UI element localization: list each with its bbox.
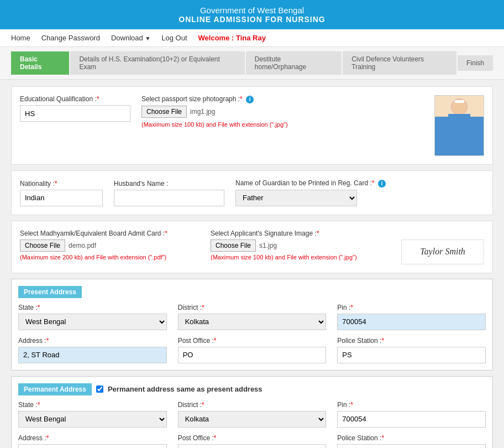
present-district-select[interactable]: KolkataOther <box>178 314 327 330</box>
info-icon: i <box>246 96 254 103</box>
husband-name-group: Husband's Name : <box>114 180 224 206</box>
present-state-label: State :* <box>18 304 167 311</box>
photo-upload-group: Select passport size photograph :* i Cho… <box>141 95 423 128</box>
edu-qual-label: Educational Qualification :* <box>20 95 130 103</box>
present-pin-group: Pin :* <box>337 304 486 330</box>
personal-details-section: Nationality :* Husband's Name : Name of … <box>11 170 493 215</box>
nav-change-password[interactable]: Change Password <box>41 34 100 42</box>
guardian-group: Name of Guardian to be Printed in Reg. C… <box>235 179 386 206</box>
signature-preview: Taylor Smith <box>401 239 484 264</box>
guardian-info-icon: i <box>378 180 386 187</box>
present-pin-label: Pin :* <box>337 304 486 311</box>
present-po-label: Post Office :* <box>178 337 327 345</box>
present-pin-input[interactable] <box>337 314 486 330</box>
nationality-label: Nationality :* <box>20 180 103 187</box>
husband-name-label: Husband's Name : <box>114 180 224 187</box>
step-destitute[interactable]: Destitute home/Orphanage <box>246 51 342 75</box>
present-po-group: Post Office :* <box>178 337 327 363</box>
present-address-label: Address :* <box>18 337 167 345</box>
sub-title: ONLINE ADMISSION FOR NURSING <box>6 15 498 24</box>
photo-file-name: img1.jpg <box>190 108 215 116</box>
perm-state-label: State :* <box>18 401 167 409</box>
perm-district-group: District :* KolkataOther <box>178 401 327 428</box>
present-address-section: Present Address State :* West BengalOthe… <box>11 279 493 371</box>
top-form-section: Educational Qualification :* Select pass… <box>11 86 493 165</box>
present-district-group: District :* KolkataOther <box>178 304 327 330</box>
guardian-label: Name of Guardian to be Printed in Reg. C… <box>235 179 386 187</box>
perm-district-label: District :* <box>178 401 327 409</box>
perm-address-label: Address :* <box>18 434 167 442</box>
present-address-group: Address :* <box>18 337 167 363</box>
signature-label: Select Applicant's Signature Image :* <box>211 230 385 237</box>
present-address-input[interactable] <box>18 347 167 363</box>
perm-ps-input[interactable] <box>337 444 486 449</box>
nurse-photo <box>434 95 484 156</box>
perm-pin-input[interactable] <box>337 411 486 428</box>
photo-choose-file-btn[interactable]: Choose File <box>141 106 187 118</box>
step-basic-details[interactable]: Basic Details <box>11 51 69 75</box>
permanent-same-label: Permanent address same as present addres… <box>108 385 262 393</box>
perm-district-select[interactable]: KolkataOther <box>178 411 327 428</box>
guardian-select[interactable]: Father Mother Husband Other <box>235 190 357 206</box>
present-address-header: Present Address <box>18 286 82 298</box>
signature-file-name: s1.jpg <box>259 242 277 249</box>
chevron-down-icon: ▼ <box>145 35 150 41</box>
step-hs-exam[interactable]: Details of H.S. Examination(10+2) or Equ… <box>70 51 244 75</box>
step-finish[interactable]: Finish <box>458 55 493 71</box>
perm-po-group: Post Office :* <box>178 434 327 449</box>
gov-title: Government of West Bengal <box>6 6 498 15</box>
present-ps-group: Police Station :* <box>337 337 486 363</box>
signature-choose-btn[interactable]: Choose File <box>211 239 256 252</box>
site-header: Government of West Bengal ONLINE ADMISSI… <box>0 0 504 29</box>
nationality-input[interactable] <box>20 190 103 206</box>
perm-state-select[interactable]: West BengalOther <box>18 411 167 428</box>
madhyamik-info: (Maximum size 200 kb) and File with exte… <box>20 254 194 261</box>
husband-name-input[interactable] <box>114 190 224 206</box>
nav-logout[interactable]: Log Out <box>161 34 187 42</box>
photo-file-input: Choose File img1.jpg <box>141 106 423 118</box>
perm-ps-group: Police Station :* <box>337 434 486 449</box>
nav-download-dropdown[interactable]: Download ▼ <box>111 34 150 42</box>
perm-po-input[interactable] <box>178 444 327 449</box>
nav-home[interactable]: Home <box>11 34 30 42</box>
photo-label: Select passport size photograph :* i <box>141 95 423 103</box>
permanent-address-section: Permanent Address Permanent address same… <box>11 376 493 449</box>
main-content: Educational Qualification :* Select pass… <box>0 80 504 448</box>
documents-section: Select Madhyamik/Equivalent Board Admit … <box>11 221 493 273</box>
welcome-message: Welcome : Tina Ray <box>198 34 266 42</box>
step-civil-defence[interactable]: Civil Defence Volunteers Training <box>343 51 456 75</box>
present-district-label: District :* <box>178 304 327 311</box>
madhyamik-file-name: demo.pdf <box>69 242 96 249</box>
madhyamik-group: Select Madhyamik/Equivalent Board Admit … <box>20 230 194 261</box>
madhyamik-choose-btn[interactable]: Choose File <box>20 239 65 252</box>
perm-po-label: Post Office :* <box>178 434 327 442</box>
permanent-same-checkbox[interactable] <box>96 386 103 393</box>
madhyamik-label: Select Madhyamik/Equivalent Board Admit … <box>20 230 194 237</box>
perm-address-group: Address :* <box>18 434 167 449</box>
present-state-select[interactable]: West BengalOther <box>18 314 167 330</box>
photo-info-text: (Maximum size 100 kb) and File with exte… <box>141 121 423 128</box>
present-ps-input[interactable] <box>337 347 486 363</box>
edu-qual-group: Educational Qualification :* <box>20 95 130 122</box>
signature-group: Select Applicant's Signature Image :* Ch… <box>211 230 385 261</box>
perm-pin-group: Pin :* <box>337 401 486 428</box>
permanent-address-header: Permanent Address <box>18 383 92 395</box>
perm-pin-label: Pin :* <box>337 401 486 409</box>
perm-ps-label: Police Station :* <box>337 434 486 442</box>
steps-bar: Basic Details Details of H.S. Examinatio… <box>0 47 504 80</box>
present-state-group: State :* West BengalOther <box>18 304 167 330</box>
nationality-group: Nationality :* <box>20 180 103 206</box>
present-ps-label: Police Station :* <box>337 337 486 345</box>
navbar: Home Change Password Download ▼ Log Out … <box>0 29 504 47</box>
signature-info: (Maximum size 100 kb) and File with exte… <box>211 254 385 261</box>
edu-qual-input[interactable] <box>20 105 130 122</box>
perm-state-group: State :* West BengalOther <box>18 401 167 428</box>
perm-address-input[interactable] <box>18 444 167 449</box>
present-po-input[interactable] <box>178 347 327 363</box>
